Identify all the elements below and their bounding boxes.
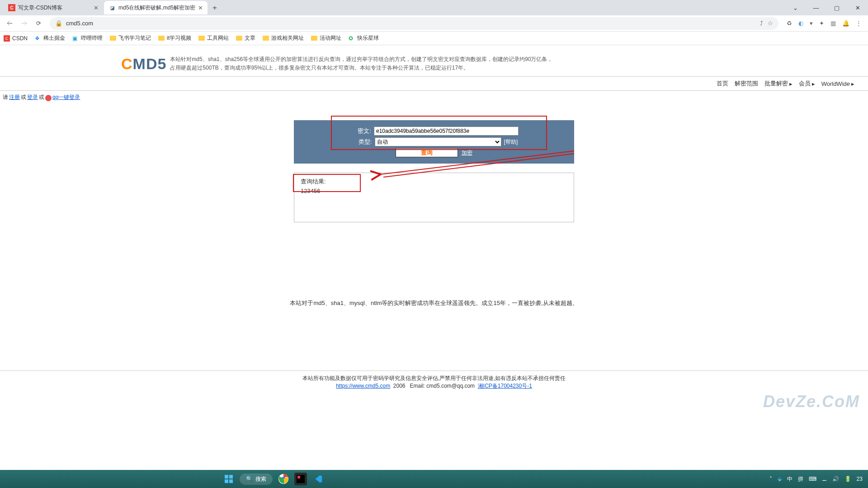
login-prompt: 请 注册 或 登录 或 qq一键登录	[0, 91, 868, 104]
top-menu: 首页 解密范围 批量解密▸ 会员▸ WorldWide▸	[0, 76, 868, 91]
bookmark-favicon: ❖	[35, 35, 41, 42]
folder-icon	[263, 36, 269, 41]
bookmark-item[interactable]: CCSDN	[4, 35, 28, 42]
start-button[interactable]	[222, 473, 235, 485]
reload-button[interactable]: ⟳	[32, 17, 45, 30]
bookmark-label: 哔哩哔哩	[81, 34, 103, 42]
desc-line: 占用硬盘超过500TB，查询成功率95%以上，很多复杂密文只有本站才可查询。本站…	[170, 64, 552, 72]
result-label: 查询结果:	[301, 178, 567, 186]
taskbar-search[interactable]: 🔍 搜索	[240, 474, 273, 485]
folder-icon	[158, 36, 165, 41]
chevron-up-icon[interactable]: ˄	[769, 476, 772, 482]
tab-favicon: ◪	[108, 4, 116, 11]
site-logo: CMD5	[121, 55, 166, 73]
address-bar[interactable]: 🔒 cmd5.com ⤴ ☆	[50, 17, 778, 30]
bookmark-item[interactable]: 文章	[236, 34, 255, 42]
bookmark-label: 快乐星球	[357, 34, 379, 42]
bookmark-item[interactable]: it学习视频	[158, 34, 191, 42]
site-url-link[interactable]: https://www.cmd5.com	[336, 383, 390, 389]
icp-link[interactable]: 湘ICP备17004230号-1	[478, 383, 532, 389]
intellij-icon[interactable]	[294, 473, 307, 485]
tab-favicon: C	[8, 4, 15, 11]
bookmark-item[interactable]: ▣哔哩哔哩	[72, 34, 103, 42]
menu-worldwide[interactable]: WorldWide▸	[821, 80, 854, 88]
battery-icon[interactable]: 🔋	[844, 476, 851, 482]
bell-icon[interactable]: 🔔	[842, 20, 849, 27]
menu-member[interactable]: 会员▸	[799, 80, 815, 88]
svg-rect-5	[229, 479, 233, 483]
bookmark-item[interactable]: 飞书学习笔记	[110, 34, 151, 42]
menu-scope[interactable]: 解密范围	[735, 80, 758, 88]
bookmark-item[interactable]: 游戏相关网址	[263, 34, 304, 42]
clock[interactable]: 23	[857, 476, 863, 482]
input-icon[interactable]: ⌨	[809, 476, 816, 482]
bookmark-item[interactable]: 工具网站	[198, 34, 229, 42]
chrome-icon[interactable]	[277, 473, 290, 485]
maximize-button[interactable]: ▢	[826, 1, 847, 14]
extension-icons: ♻ ◐ ▾ ✦ ▥ 🔔 ⋮	[783, 20, 865, 27]
bookmark-label: 稀土掘金	[43, 34, 65, 42]
ime-zhong[interactable]: 中	[787, 475, 793, 483]
new-tab-button[interactable]: ＋	[208, 1, 221, 14]
tab-title: md5在线解密破解,md5解密加密	[118, 4, 195, 12]
menu-home[interactable]: 首页	[717, 80, 728, 88]
login-or: 或	[39, 94, 44, 101]
star-icon[interactable]: ☆	[768, 20, 773, 27]
bookmark-item[interactable]: ✪快乐星球	[349, 34, 379, 42]
wifi-icon[interactable]: ⚊	[822, 476, 827, 482]
ime-pin[interactable]: 拼	[798, 475, 803, 483]
query-button[interactable]: 查询	[396, 148, 458, 157]
back-button[interactable]: 🡠	[3, 17, 16, 30]
circle-icon[interactable]: ◐	[798, 20, 803, 27]
bookmark-item[interactable]: ❖稀土掘金	[35, 34, 65, 42]
close-icon[interactable]: ✕	[94, 5, 99, 11]
close-icon[interactable]: ✕	[198, 5, 203, 11]
puzzle-icon[interactable]: ✦	[819, 20, 824, 27]
menu-icon[interactable]: ⋮	[856, 20, 862, 27]
windows-taskbar: 🔍 搜索 ˄ ⬙ 中 拼 ⌨ ⚊ 🔊 🔋 23	[0, 470, 868, 488]
legal-text: 本站所有功能及数据仅可用于密码学研究及信息安全评估,严禁用于任何非法用途,如有违…	[0, 375, 868, 382]
menu-label: 会员	[799, 80, 811, 88]
bookmark-favicon: C	[4, 35, 10, 42]
window-controls: ⌄ ― ▢ ✕	[785, 1, 868, 14]
qq-icon	[45, 95, 52, 101]
chevron-down-icon[interactable]: ▾	[810, 20, 813, 27]
browser-nav-bar: 🡠 🡢 ⟳ 🔒 cmd5.com ⤴ ☆ ♻ ◐ ▾ ✦ ▥ 🔔 ⋮	[0, 15, 868, 32]
bookmark-item[interactable]: 活动网址	[311, 34, 341, 42]
login-link[interactable]: 登录	[27, 94, 38, 101]
browser-tab-inactive[interactable]: C 写文章-CSDN博客 ✕	[4, 1, 103, 14]
svg-rect-3	[229, 475, 233, 479]
bookmark-label: 工具网站	[207, 34, 229, 42]
menu-batch[interactable]: 批量解密▸	[764, 80, 793, 88]
help-link[interactable]: [帮助]	[504, 138, 518, 146]
share-icon[interactable]: ⤴	[760, 20, 763, 27]
extensions-icon[interactable]: ▥	[830, 20, 836, 27]
search-icon: 🔍	[246, 476, 253, 482]
page-content: CMD5 本站针对md5、sha1、sha256等全球通用公开的加密算法进行反向…	[0, 45, 868, 307]
bookmark-label: CSDN	[12, 35, 28, 42]
footer-description: 本站对于md5、sha1、mysql、ntlm等的实时解密成功率在全球遥遥领先。…	[0, 299, 868, 307]
login-prefix: 请	[3, 94, 8, 101]
desc-line: 本站针对md5、sha1、sha256等全球通用公开的加密算法进行反向查询，通过…	[170, 55, 552, 64]
bookmark-favicon: ✪	[349, 35, 355, 42]
qq-login-link[interactable]: qq一键登录	[52, 94, 80, 101]
forward-button[interactable]: 🡢	[17, 17, 31, 30]
register-link[interactable]: 注册	[9, 94, 20, 101]
vscode-icon[interactable]	[311, 473, 324, 485]
tray-icon[interactable]: ⬙	[778, 476, 782, 482]
minimize-button[interactable]: ―	[806, 1, 826, 14]
close-window-button[interactable]: ✕	[847, 1, 868, 14]
svg-rect-4	[225, 479, 228, 483]
type-select[interactable]: 自动	[375, 137, 501, 146]
folder-icon	[198, 36, 205, 41]
cipher-input[interactable]	[374, 127, 519, 136]
volume-icon[interactable]: 🔊	[832, 476, 839, 482]
chevron-right-icon: ▸	[789, 80, 793, 87]
recycle-icon[interactable]: ♻	[787, 20, 792, 27]
type-label: 类型:	[350, 138, 372, 146]
encrypt-link[interactable]: 加密	[462, 149, 472, 157]
browser-tab-active[interactable]: ◪ md5在线解密破解,md5解密加密 ✕	[104, 1, 208, 14]
result-value: 123456	[301, 188, 567, 194]
footer-email: Email: cmd5.com@qq.com	[410, 383, 475, 389]
chevron-down-icon[interactable]: ⌄	[785, 1, 806, 14]
